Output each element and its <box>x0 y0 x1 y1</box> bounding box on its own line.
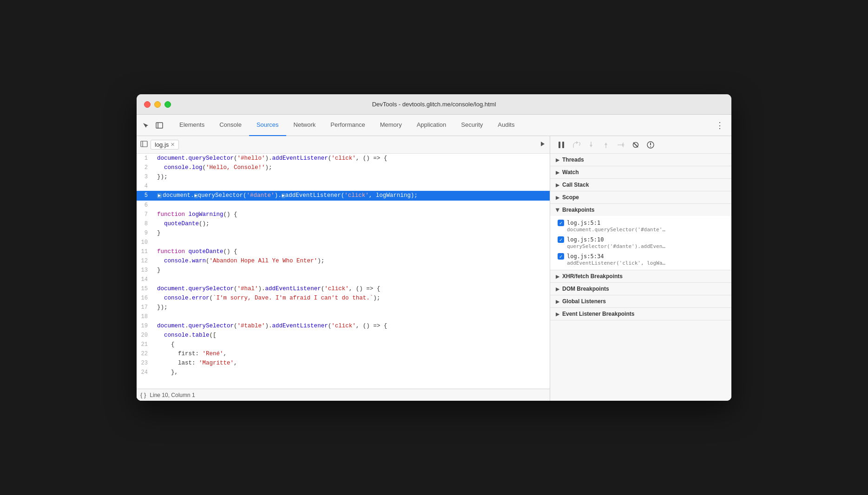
code-line-1: 1 document.querySelector('#hello').addEv… <box>137 154 550 163</box>
tab-console[interactable]: Console <box>212 115 249 136</box>
breakpoints-content: log.js:5:1 document.querySelector('#dant… <box>550 216 731 270</box>
breakpoint-code-1: querySelector('#dante').addEven… <box>558 243 706 249</box>
debugger-sections: ▶ Threads ▶ Watch ▶ Call Stack <box>550 154 731 401</box>
status-bar: { } Line 10, Column 1 <box>137 389 550 401</box>
breakpoint-code-0: document.querySelector('#dante'… <box>558 227 706 233</box>
section-xhr-breakpoints: ▶ XHR/fetch Breakpoints <box>550 270 731 283</box>
section-breakpoints-label: Breakpoints <box>562 207 594 213</box>
breakpoint-item-0: log.js:5:1 document.querySelector('#dant… <box>550 218 731 234</box>
step-over-button[interactable] <box>571 139 582 150</box>
step-out-button[interactable] <box>600 139 612 150</box>
section-xhr-header[interactable]: ▶ XHR/fetch Breakpoints <box>550 270 731 282</box>
code-line-23: 23 last: 'Magritte', <box>137 358 550 368</box>
section-global-listeners: ▶ Global Listeners <box>550 295 731 308</box>
tab-performance[interactable]: Performance <box>323 115 372 136</box>
title-bar: DevTools - devtools.glitch.me/console/lo… <box>137 94 731 115</box>
minimize-button[interactable] <box>154 101 161 108</box>
breakpoint-location-0: log.js:5:1 <box>567 220 600 226</box>
breakpoint-checkbox-2[interactable] <box>558 253 564 260</box>
window-title: DevTools - devtools.glitch.me/console/lo… <box>372 101 496 108</box>
section-scope-header[interactable]: ▶ Scope <box>550 191 731 203</box>
step-button[interactable] <box>615 139 626 150</box>
deactivate-breakpoints-button[interactable] <box>630 139 641 150</box>
debugger-panel: ▶ Threads ▶ Watch ▶ Call Stack <box>550 136 731 401</box>
threads-arrow-icon: ▶ <box>556 157 559 163</box>
code-editor[interactable]: 1 document.querySelector('#hello').addEv… <box>137 154 550 389</box>
section-global-header[interactable]: ▶ Global Listeners <box>550 295 731 307</box>
code-line-16: 16 console.error(`I'm sorry, Dave. I'm a… <box>137 293 550 303</box>
tab-security[interactable]: Security <box>454 115 490 136</box>
section-global-label: Global Listeners <box>562 298 606 305</box>
cursor-icon[interactable] <box>140 120 151 130</box>
breakpoint-code-2: addEventListener('click', logWa… <box>558 260 706 266</box>
event-arrow-icon: ▶ <box>556 312 559 317</box>
pause-button[interactable] <box>556 139 567 150</box>
dom-arrow-icon: ▶ <box>556 287 559 292</box>
tab-bar-icons <box>140 120 168 130</box>
section-threads: ▶ Threads <box>550 154 731 166</box>
tab-bar: Elements Console Sources Network Perform… <box>137 115 731 136</box>
file-tab-logjs[interactable]: log.js ✕ <box>151 140 179 150</box>
svg-rect-2 <box>141 141 147 147</box>
section-watch-header[interactable]: ▶ Watch <box>550 166 731 178</box>
debugger-toolbar <box>550 136 731 154</box>
pause-on-exceptions-button[interactable] <box>645 139 656 150</box>
section-dom-label: DOM Breakpoints <box>562 286 609 292</box>
code-line-9: 9 } <box>137 228 550 238</box>
code-line-15: 15 document.querySelector('#hal').addEve… <box>137 284 550 293</box>
section-callstack-label: Call Stack <box>562 182 589 188</box>
cursor-position: Line 10, Column 1 <box>150 392 195 398</box>
run-snippet-icon[interactable] <box>539 141 546 149</box>
tab-audits[interactable]: Audits <box>490 115 522 136</box>
tab-memory[interactable]: Memory <box>373 115 409 136</box>
tab-application[interactable]: Application <box>409 115 454 136</box>
editor-toolbar: log.js ✕ <box>137 136 550 154</box>
editor-panel: log.js ✕ 1 document. <box>137 136 550 401</box>
section-xhr-label: XHR/fetch Breakpoints <box>562 273 623 280</box>
code-line-20: 20 console.table([ <box>137 331 550 340</box>
section-dom-header[interactable]: ▶ DOM Breakpoints <box>550 283 731 295</box>
code-line-6: 6 <box>137 201 550 210</box>
svg-rect-5 <box>559 142 560 148</box>
format-icon[interactable]: { } <box>140 391 146 398</box>
more-tabs-icon[interactable]: ⋮ <box>712 120 728 130</box>
file-tab-close-icon[interactable]: ✕ <box>171 142 175 148</box>
dock-icon[interactable] <box>154 120 164 130</box>
sidebar-toggle-icon[interactable] <box>140 141 148 149</box>
breakpoint-checkbox-1[interactable] <box>558 236 564 243</box>
global-arrow-icon: ▶ <box>556 299 559 304</box>
code-line-24: 24 }, <box>137 368 550 377</box>
code-line-21: 21 { <box>137 340 550 349</box>
tab-sources[interactable]: Sources <box>249 115 286 136</box>
code-line-13: 13 } <box>137 266 550 275</box>
section-threads-header[interactable]: ▶ Threads <box>550 154 731 166</box>
section-callstack-header[interactable]: ▶ Call Stack <box>550 179 731 191</box>
svg-rect-19 <box>650 143 651 145</box>
breakpoint-checkbox-0[interactable] <box>558 220 564 226</box>
maximize-button[interactable] <box>164 101 171 108</box>
section-breakpoints: ▶ Breakpoints log.js:5:1 document.queryS… <box>550 204 731 270</box>
callstack-arrow-icon: ▶ <box>556 182 559 188</box>
section-event-header[interactable]: ▶ Event Listener Breakpoints <box>550 308 731 320</box>
section-scope: ▶ Scope <box>550 191 731 204</box>
breakpoints-arrow-icon: ▶ <box>555 208 560 212</box>
section-watch: ▶ Watch <box>550 166 731 179</box>
code-line-8: 8 quoteDante(); <box>137 219 550 228</box>
close-button[interactable] <box>144 101 151 108</box>
svg-marker-7 <box>576 141 579 144</box>
breakpoint-item-1: log.js:5:10 querySelector('#dante').addE… <box>550 234 731 251</box>
section-dom-breakpoints: ▶ DOM Breakpoints <box>550 283 731 295</box>
section-breakpoints-header[interactable]: ▶ Breakpoints <box>550 204 731 216</box>
svg-marker-4 <box>541 142 545 146</box>
code-line-18: 18 <box>137 312 550 321</box>
devtools-window: DevTools - devtools.glitch.me/console/lo… <box>137 94 731 401</box>
svg-marker-12 <box>605 143 607 145</box>
code-line-22: 22 first: 'René', <box>137 349 550 358</box>
step-into-button[interactable] <box>585 139 597 150</box>
section-scope-label: Scope <box>562 194 579 201</box>
tab-network[interactable]: Network <box>286 115 323 136</box>
code-line-3: 3 }); <box>137 172 550 182</box>
tab-elements[interactable]: Elements <box>172 115 212 136</box>
code-lines: 1 document.querySelector('#hello').addEv… <box>137 154 550 377</box>
code-line-11: 11 function quoteDante() { <box>137 247 550 256</box>
